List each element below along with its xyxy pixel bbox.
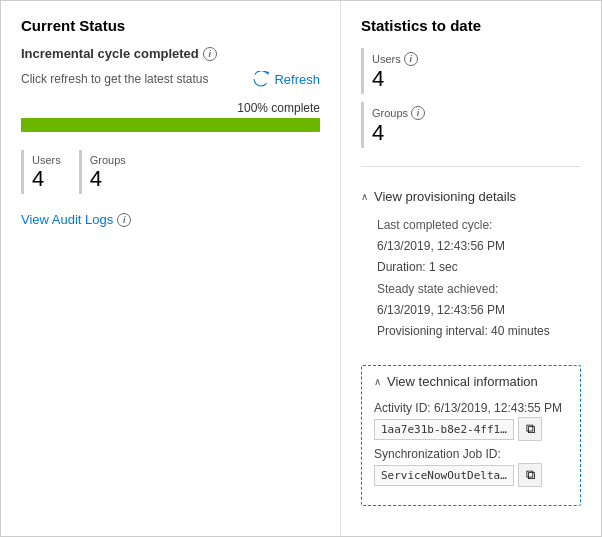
sync-job-copy-button[interactable]: ⧉ [518, 463, 542, 487]
duration-text: Duration: 1 sec [377, 258, 581, 277]
right-panel: Statistics to date Users i 4 Groups i 4 … [341, 1, 601, 536]
progress-label: 100% complete [21, 101, 320, 115]
last-completed-label: Last completed cycle: [377, 216, 581, 235]
right-users-value: 4 [372, 68, 571, 90]
activity-id-copy-button[interactable]: ⧉ [518, 417, 542, 441]
users-stat-box: Users 4 [21, 150, 71, 194]
technical-chevron-icon: ∧ [374, 376, 381, 387]
provisioning-details-content: Last completed cycle: 6/13/2019, 12:43:5… [361, 208, 581, 347]
activity-id-label: Activity ID: 6/13/2019, 12:43:55 PM 1aa7… [374, 401, 568, 441]
right-users-stat-box: Users i 4 [361, 48, 581, 94]
provisioning-details-label: View provisioning details [374, 189, 516, 204]
copy-icon-2: ⧉ [526, 467, 535, 483]
click-refresh-text: Click refresh to get the latest status [21, 72, 208, 86]
provisioning-chevron-icon: ∧ [361, 191, 368, 202]
audit-link-row: View Audit Logs i [21, 212, 320, 227]
copy-icon-1: ⧉ [526, 421, 535, 437]
refresh-button[interactable]: Refresh [253, 71, 320, 87]
right-groups-label: Groups i [372, 106, 571, 120]
cycle-status-info-icon[interactable]: i [203, 47, 217, 61]
statistics-title: Statistics to date [361, 17, 581, 34]
refresh-icon [253, 71, 269, 87]
right-users-info-icon[interactable]: i [404, 52, 418, 66]
audit-logs-info-icon[interactable]: i [117, 213, 131, 227]
stats-row: Users 4 Groups 4 [21, 150, 320, 194]
right-groups-stat-box: Groups i 4 [361, 102, 581, 148]
activity-id-copy-field: 1aa7e31b-b8e2-4ff1-9... ⧉ [374, 417, 568, 441]
view-audit-logs-link[interactable]: View Audit Logs [21, 212, 113, 227]
users-label: Users [32, 154, 61, 166]
progress-bar [21, 118, 320, 132]
technical-info-content: Activity ID: 6/13/2019, 12:43:55 PM 1aa7… [362, 397, 580, 505]
refresh-row: Click refresh to get the latest status R… [21, 71, 320, 87]
right-groups-info-icon[interactable]: i [411, 106, 425, 120]
cycle-status-text: Incremental cycle completed [21, 46, 199, 61]
steady-state-value: 6/13/2019, 12:43:56 PM [377, 301, 581, 320]
sync-job-input: ServiceNowOutDelta.3... [374, 465, 514, 486]
groups-label: Groups [90, 154, 126, 166]
progress-section: 100% complete [21, 101, 320, 132]
technical-info-label: View technical information [387, 374, 538, 389]
groups-value: 4 [90, 168, 126, 190]
technical-info-header[interactable]: ∧ View technical information [362, 366, 580, 397]
right-stats: Users i 4 Groups i 4 [361, 48, 581, 148]
provisioning-details-section: ∧ View provisioning details Last complet… [361, 185, 581, 347]
left-panel: Current Status Incremental cycle complet… [1, 1, 341, 536]
provisioning-interval-text: Provisioning interval: 40 minutes [377, 322, 581, 341]
users-value: 4 [32, 168, 61, 190]
technical-info-section: ∧ View technical information Activity ID… [361, 365, 581, 506]
groups-stat-box: Groups 4 [79, 150, 136, 194]
cycle-status-subtitle: Incremental cycle completed i [21, 46, 320, 61]
right-users-label: Users i [372, 52, 571, 66]
steady-state-label: Steady state achieved: [377, 280, 581, 299]
activity-id-input: 1aa7e31b-b8e2-4ff1-9... [374, 419, 514, 440]
sync-job-label: Synchronization Job ID: ServiceNowOutDel… [374, 447, 568, 487]
provisioning-details-header[interactable]: ∧ View provisioning details [361, 185, 581, 208]
sync-job-copy-field: ServiceNowOutDelta.3... ⧉ [374, 463, 568, 487]
last-completed-value: 6/13/2019, 12:43:56 PM [377, 237, 581, 256]
refresh-label: Refresh [274, 72, 320, 87]
current-status-title: Current Status [21, 17, 320, 34]
divider-1 [361, 166, 581, 167]
right-groups-value: 4 [372, 122, 571, 144]
